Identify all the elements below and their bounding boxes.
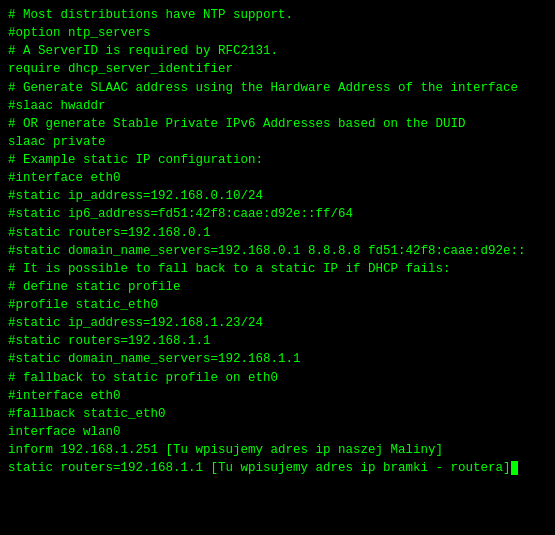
terminal-line: # Most distributions have NTP support. [8, 6, 547, 24]
terminal-line: inform 192.168.1.251 [Tu wpisujemy adres… [8, 441, 547, 459]
terminal-line: #interface eth0 [8, 169, 547, 187]
terminal-line: #static ip6_address=fd51:42f8:caae:d92e:… [8, 205, 547, 223]
terminal-line: #interface eth0 [8, 387, 547, 405]
terminal-line: #static routers=192.168.0.1 [8, 224, 547, 242]
terminal-cursor [511, 461, 518, 475]
terminal-line: slaac private [8, 133, 547, 151]
terminal-line: #profile static_eth0 [8, 296, 547, 314]
terminal-line: #static routers=192.168.1.1 [8, 332, 547, 350]
terminal-line: #static domain_name_servers=192.168.1.1 [8, 350, 547, 368]
terminal-line: # It is possible to fall back to a stati… [8, 260, 547, 278]
terminal-line: # A ServerID is required by RFC2131. [8, 42, 547, 60]
terminal-line: # Example static IP configuration: [8, 151, 547, 169]
terminal-line: #static domain_name_servers=192.168.0.1 … [8, 242, 547, 260]
terminal-line: #fallback static_eth0 [8, 405, 547, 423]
terminal-line: #static ip_address=192.168.0.10/24 [8, 187, 547, 205]
terminal-line: #option ntp_servers [8, 24, 547, 42]
terminal-line: interface wlan0 [8, 423, 547, 441]
terminal-line: require dhcp_server_identifier [8, 60, 547, 78]
terminal-line: # OR generate Stable Private IPv6 Addres… [8, 115, 547, 133]
terminal-line: static routers=192.168.1.1 [Tu wpisujemy… [8, 459, 547, 477]
terminal-line: # define static profile [8, 278, 547, 296]
terminal-window: # Most distributions have NTP support.#o… [0, 0, 555, 535]
terminal-line: #slaac hwaddr [8, 97, 547, 115]
terminal-line: # fallback to static profile on eth0 [8, 369, 547, 387]
terminal-line: # Generate SLAAC address using the Hardw… [8, 79, 547, 97]
terminal-line: #static ip_address=192.168.1.23/24 [8, 314, 547, 332]
